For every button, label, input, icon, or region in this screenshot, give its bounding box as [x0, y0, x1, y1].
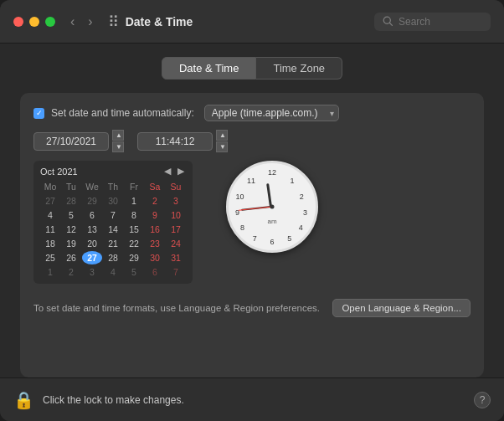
cal-day[interactable]: 1: [40, 265, 60, 279]
cal-day[interactable]: 8: [124, 208, 144, 222]
calendar-clock-row: Oct 2021 ◀ ▶ Mo Tu We Th Fr Sa: [33, 161, 471, 284]
cal-day[interactable]: 5: [124, 265, 144, 279]
format-row: To set date and time formats, use Langua…: [33, 292, 471, 321]
cal-day[interactable]: 9: [145, 208, 165, 222]
cal-day[interactable]: 10: [166, 208, 186, 222]
cal-header-th: Th: [103, 180, 123, 193]
cal-day[interactable]: 3: [166, 194, 186, 208]
search-box[interactable]: [374, 13, 491, 31]
server-select[interactable]: Apple (time.apple.com.): [204, 105, 339, 121]
time-increment-button[interactable]: ▲: [216, 130, 228, 141]
cal-day[interactable]: 14: [103, 223, 123, 236]
content-area: Date & Time Time Zone ✓ Set date and tim…: [0, 44, 504, 377]
cal-day[interactable]: 24: [166, 237, 186, 250]
auto-checkbox[interactable]: ✓: [33, 108, 44, 119]
clock-num-11: 11: [247, 177, 255, 185]
date-decrement-button[interactable]: ▼: [112, 141, 124, 152]
window-title: Date & Time: [126, 15, 193, 28]
close-button[interactable]: [13, 17, 23, 27]
calendar-prev-button[interactable]: ◀: [162, 166, 172, 177]
cal-day[interactable]: 3: [82, 265, 102, 279]
cal-day[interactable]: 22: [124, 237, 144, 250]
calendar: Oct 2021 ◀ ▶ Mo Tu We Th Fr Sa: [33, 161, 193, 284]
clock-num-3: 3: [303, 208, 307, 217]
cal-day[interactable]: 2: [145, 194, 165, 208]
back-button[interactable]: ‹: [65, 13, 80, 31]
cal-day[interactable]: 1: [124, 194, 144, 208]
cal-day[interactable]: 11: [40, 223, 60, 236]
cal-day[interactable]: 23: [145, 237, 165, 250]
forward-button[interactable]: ›: [83, 13, 97, 31]
cal-day[interactable]: 28: [103, 251, 123, 264]
time-input-wrapper: ▲ ▼: [137, 130, 228, 152]
minimize-button[interactable]: [29, 17, 39, 27]
cal-day[interactable]: 26: [61, 251, 81, 264]
cal-day[interactable]: 30: [145, 251, 165, 264]
cal-day[interactable]: 31: [166, 251, 186, 264]
tab-date-time[interactable]: Date & Time: [162, 57, 257, 80]
clock-face: 12 1 2 3 4 5 6 7 8 9 10 11: [226, 161, 318, 253]
cal-day[interactable]: 18: [40, 237, 60, 250]
auto-label: Set date and time automatically:: [51, 107, 194, 119]
clock-ampm: am: [267, 218, 276, 225]
calendar-month-year: Oct 2021: [40, 167, 78, 177]
svg-line-1: [390, 23, 393, 26]
date-input-wrapper: ▲ ▼: [33, 130, 124, 152]
calendar-nav: ◀ ▶: [162, 166, 186, 177]
clock-num-6: 6: [270, 238, 274, 246]
cal-day[interactable]: 27: [40, 194, 60, 208]
auto-time-row: ✓ Set date and time automatically: Apple…: [33, 105, 471, 121]
cal-day[interactable]: 20: [82, 237, 102, 250]
footer: 🔒 Click the lock to make changes. ?: [0, 377, 504, 421]
cal-day-today[interactable]: 27: [82, 251, 102, 264]
cal-day[interactable]: 28: [61, 194, 81, 208]
cal-day[interactable]: 16: [145, 223, 165, 236]
cal-day[interactable]: 4: [40, 208, 60, 222]
titlebar: ‹ › ⠿ Date & Time: [0, 0, 504, 44]
cal-day[interactable]: 29: [124, 251, 144, 264]
cal-day[interactable]: 12: [61, 223, 81, 236]
clock-num-8: 8: [240, 223, 244, 232]
open-language-region-button[interactable]: Open Language & Region...: [332, 299, 471, 317]
cal-day[interactable]: 29: [82, 194, 102, 208]
nav-buttons: ‹ ›: [65, 13, 98, 31]
cal-header-tu: Tu: [61, 180, 81, 193]
cal-header-sa: Sa: [145, 180, 165, 193]
calendar-grid: Mo Tu We Th Fr Sa Su 27 28 29 30 1 2: [40, 180, 186, 279]
search-input[interactable]: [399, 16, 482, 28]
cal-day[interactable]: 2: [61, 265, 81, 279]
cal-day[interactable]: 25: [40, 251, 60, 264]
cal-day[interactable]: 6: [82, 208, 102, 222]
time-field[interactable]: [137, 132, 213, 151]
clock-num-2: 2: [300, 193, 304, 201]
cal-day[interactable]: 13: [82, 223, 102, 236]
cal-day[interactable]: 7: [166, 265, 186, 279]
cal-day[interactable]: 30: [103, 194, 123, 208]
time-decrement-button[interactable]: ▼: [216, 141, 228, 152]
cal-day[interactable]: 17: [166, 223, 186, 236]
cal-day[interactable]: 6: [145, 265, 165, 279]
cal-day[interactable]: 7: [103, 208, 123, 222]
cal-day[interactable]: 21: [103, 237, 123, 250]
date-stepper: ▲ ▼: [112, 130, 124, 152]
help-button[interactable]: ?: [474, 392, 491, 408]
calendar-next-button[interactable]: ▶: [176, 166, 186, 177]
tab-time-zone[interactable]: Time Zone: [256, 57, 342, 80]
cal-day[interactable]: 19: [61, 237, 81, 250]
cal-day[interactable]: 15: [124, 223, 144, 236]
traffic-lights: [13, 17, 55, 27]
cal-header-we: We: [82, 180, 102, 193]
clock-num-12: 12: [268, 168, 276, 177]
cal-day[interactable]: 5: [61, 208, 81, 222]
date-field[interactable]: [33, 132, 109, 151]
cal-day[interactable]: 4: [103, 265, 123, 279]
hour-hand: [266, 183, 272, 207]
clock-num-10: 10: [236, 193, 244, 201]
clock-num-5: 5: [287, 234, 291, 243]
date-increment-button[interactable]: ▲: [112, 130, 124, 141]
lock-icon[interactable]: 🔒: [13, 390, 34, 410]
checkmark-icon: ✓: [36, 109, 43, 117]
maximize-button[interactable]: [45, 17, 55, 27]
server-select-wrapper: Apple (time.apple.com.) ▾: [201, 105, 339, 121]
format-text: To set date and time formats, use Langua…: [33, 303, 320, 313]
